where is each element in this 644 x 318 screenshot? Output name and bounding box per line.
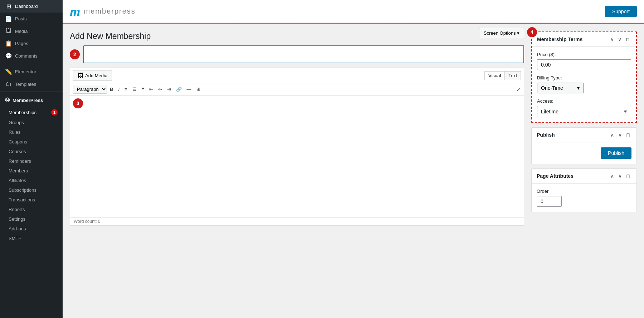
add-media-button[interactable]: 🖼 Add Media [73,70,112,81]
rules-label: Rules [9,129,20,135]
billing-type-chevron: ▾ [577,85,580,91]
table-button[interactable]: ⊞ [194,85,203,93]
step3-circle: 3 [73,98,83,108]
billing-label: Billing Type: [537,75,631,80]
screen-options-area: Screen Options ▾ [479,28,524,38]
membership-terms-title: Membership Terms [537,36,582,42]
page-attributes-up-button[interactable]: ∧ [609,172,615,180]
sidebar-item-addons[interactable]: Add-ons [0,224,63,234]
editor-tabs-row: 🖼 Add Media Visual Text [70,68,524,83]
memberpress-icon: Ⓜ [5,97,10,103]
sidebar-item-dashboard[interactable]: ⊞ Dashboard [0,0,63,13]
page-attributes-close-button[interactable]: ⊓ [625,172,631,180]
courses-label: Courses [9,149,26,154]
sidebar-item-elementor[interactable]: ✏️ Elementor [0,65,63,78]
sidebar-item-coupons[interactable]: Coupons [0,137,63,147]
access-label: Access: [537,98,631,104]
page-attributes-header: Page Attributes ∧ ∨ ⊓ [532,169,636,184]
page-title: Add New Membership [70,31,151,41]
tab-text[interactable]: Text [504,71,521,80]
mp-logo-text: memberpress [84,7,136,15]
sidebar-item-pages[interactable]: 📋 Pages [0,37,63,50]
align-right-button[interactable]: ⇥ [165,85,173,93]
publish-panel-down-button[interactable]: ∨ [617,131,623,138]
sidebar-item-templates[interactable]: 🗂 Templates [0,78,63,90]
sidebar-item-posts[interactable]: 📄 Posts [0,13,63,25]
left-panel: Add New Membership Screen Options ▾ 2 🖼 [70,31,524,311]
right-panel: 4 Membership Terms ∧ ∨ ⊓ Price ($): Bill… [531,31,637,311]
page-attributes-down-button[interactable]: ∨ [617,172,623,180]
sidebar-item-affiliates[interactable]: Affiliates [0,176,63,185]
sidebar-item-comments[interactable]: 💬 Comments [0,50,63,62]
publish-panel-close-button[interactable]: ⊓ [625,131,631,138]
unordered-list-button[interactable]: ≡ [122,85,130,93]
sidebar-item-transactions[interactable]: Transactions [0,195,63,205]
membership-terms-header: Membership Terms ∧ ∨ ⊓ [532,32,636,47]
tab-visual[interactable]: Visual [484,71,504,80]
membership-terms-panel: 4 Membership Terms ∧ ∨ ⊓ Price ($): Bill… [531,31,637,123]
access-select[interactable]: Lifetime Fixed Expire [537,106,631,117]
panel-collapse-up-button[interactable]: ∧ [609,36,615,43]
sidebar-item-smtp[interactable]: SMTP [0,234,63,243]
sidebar-item-label: Pages [15,41,28,46]
content-area: Add New Membership Screen Options ▾ 2 🖼 [63,24,644,318]
sidebar-item-settings[interactable]: Settings [0,214,63,224]
sidebar-item-groups[interactable]: Groups [0,118,63,127]
coupons-label: Coupons [9,139,27,145]
page-attributes-title: Page Attributes [537,173,574,179]
paragraph-select[interactable]: Paragraph [73,85,107,94]
price-input[interactable] [537,59,631,70]
align-center-button[interactable]: ⇔ [156,85,164,93]
word-count-bar: Word count: 0 [70,217,524,225]
ordered-list-button[interactable]: ☰ [130,85,139,93]
sidebar-divider-2 [0,92,63,92]
word-count-text: Word count: 0 [74,219,100,224]
sidebar-item-memberships[interactable]: Memberships 1 [0,107,63,118]
panel-close-button[interactable]: ⊓ [624,36,631,43]
billing-type-dropdown[interactable]: One-Time ▾ [537,83,584,93]
sidebar-item-reports[interactable]: Reports [0,205,63,214]
screen-options-button[interactable]: Screen Options ▾ [479,28,524,38]
panel-collapse-down-button[interactable]: ∨ [616,36,623,43]
sidebar-item-label: Templates [15,82,36,87]
posts-icon: 📄 [5,15,12,22]
dashboard-icon: ⊞ [5,3,12,10]
sidebar-item-subscriptions[interactable]: Subscriptions [0,185,63,195]
membership-title-input[interactable] [83,45,524,63]
blockquote-button[interactable]: ❝ [140,85,146,93]
addons-label: Add-ons [9,226,26,231]
publish-panel-up-button[interactable]: ∧ [609,131,615,138]
sidebar-item-reminders[interactable]: Reminders [0,156,63,166]
sidebar-item-courses[interactable]: Courses [0,147,63,156]
page-attributes-actions: ∧ ∨ ⊓ [609,172,631,180]
publish-button[interactable]: Publish [601,147,631,159]
link-button[interactable]: 🔗 [174,85,184,93]
support-button[interactable]: Support [605,6,637,17]
transactions-label: Transactions [9,197,35,202]
publish-panel: Publish ∧ ∨ ⊓ Publish [531,127,637,164]
publish-body: Publish [532,142,636,164]
expand-button[interactable]: ⤢ [516,86,521,93]
mp-logo-m: m [70,5,80,18]
add-media-icon: 🖼 [78,72,83,79]
subscriptions-label: Subscriptions [9,187,36,193]
italic-button[interactable]: I [116,85,122,93]
sidebar-item-label: Posts [15,16,27,21]
sidebar-memberpress-header[interactable]: Ⓜ MemberPress [0,93,63,107]
sidebar-item-rules[interactable]: Rules [0,127,63,137]
templates-icon: 🗂 [5,81,12,87]
title-row: 2 [70,45,524,63]
publish-header: Publish ∧ ∨ ⊓ [532,128,636,142]
horizontal-rule-button[interactable]: ― [185,85,194,93]
sidebar-item-members[interactable]: Members [0,166,63,176]
bold-button[interactable]: B [108,85,115,93]
smtp-label: SMTP [9,236,21,241]
publish-title: Publish [537,132,555,138]
publish-header-actions: ∧ ∨ ⊓ [609,131,631,138]
editor-body[interactable]: 3 [70,96,524,217]
billing-type-value: One-Time [541,85,563,91]
align-left-button[interactable]: ⇤ [147,85,155,93]
sidebar-item-media[interactable]: 🖼 Media [0,25,63,37]
order-input[interactable] [537,196,562,207]
pages-icon: 📋 [5,40,12,47]
